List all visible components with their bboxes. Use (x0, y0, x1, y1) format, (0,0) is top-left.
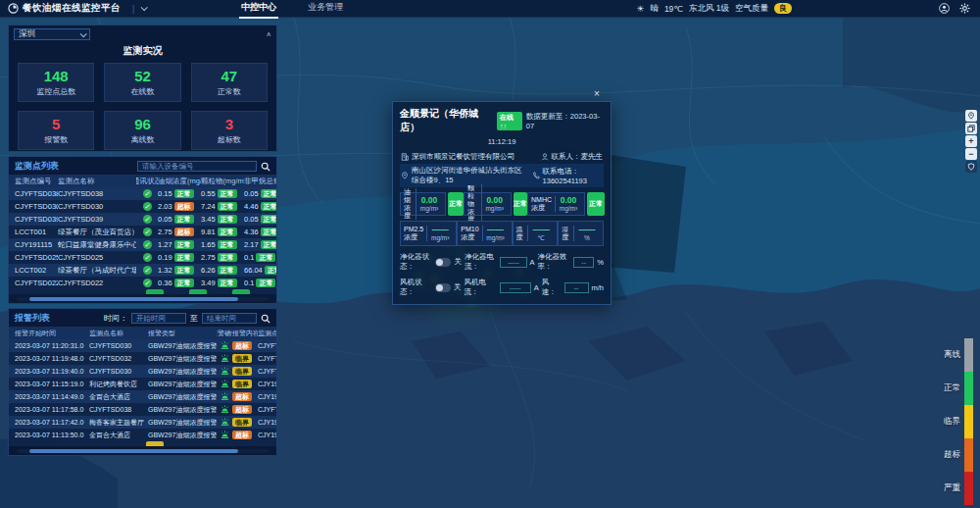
alarm-siren-icon[interactable] (220, 418, 229, 427)
alarm-content-badge: 临界 (232, 354, 252, 363)
point-row[interactable]: CJYFTSD022 CJYFTSD022 ✓ 0.36 正常 3.49 正常 … (9, 277, 276, 289)
alarm-row[interactable]: 2023-03-07 11:13:50.0 金百合大酒店 GBW297油烟浓度报… (9, 429, 276, 441)
stat-value: 52 (134, 68, 151, 84)
pm-value: 0.55 (201, 189, 216, 198)
point-row[interactable]: CJYFTSD039 CJYFTSD039 ✓ 0.05 正常 3.45 正常 … (9, 213, 276, 226)
alarm-point-id: CJY191023 (258, 393, 276, 400)
field-input[interactable]: -- (564, 282, 589, 293)
switch-state: 关 (454, 282, 462, 292)
comm-ok-icon: ✓ (143, 240, 152, 249)
alarm-row[interactable]: 2023-03-07 11:14:49.0 金百合大酒店 GBW297油烟浓度报… (9, 390, 276, 403)
phone-number: 联系电话：13602541193 (543, 167, 603, 185)
alarm-siren-icon[interactable] (220, 405, 229, 414)
location-pin-icon (401, 172, 409, 179)
field-input[interactable]: -- (573, 257, 594, 268)
switch-label: 净化器状态： (400, 252, 432, 272)
pm-status-badge: 正常 (218, 228, 237, 236)
clipped-row (9, 289, 276, 294)
reading-value: —— (432, 226, 449, 234)
alarm-point-name: CJYFTSD032 (89, 355, 148, 362)
point-row[interactable]: CJYFTSD038 CJYFTSD038 ✓ 0.15 正常 0.55 正常 … (9, 187, 276, 200)
smoke-value: 1.27 (158, 240, 172, 249)
device-search-input[interactable] (137, 161, 257, 172)
point-row[interactable]: LCCT002 绿茶餐厅（马成时代广场店） ✓ 1.32 正常 6.26 正常 … (9, 264, 276, 277)
alarm-siren-icon[interactable] (220, 431, 229, 439)
legend-label: 正常 (929, 382, 960, 394)
stat-card[interactable]: 96 离线数 (104, 111, 180, 150)
alarms-table-header: 报警开始时间 监测点名称 报警类型 报警确认 报警内容 监测点编号 报警 (9, 327, 276, 339)
field-input[interactable]: ----- (500, 282, 531, 293)
comm-ok-icon: ✓ (143, 279, 152, 287)
start-time-input[interactable] (131, 313, 186, 324)
field-input[interactable]: ----- (500, 257, 526, 268)
pm-status-badge: 正常 (218, 240, 237, 249)
stat-label: 报警数 (44, 134, 68, 145)
chevron-down-icon[interactable] (141, 4, 148, 11)
nmhc-value: 4.36 (244, 228, 259, 236)
reading-value: 0.00 (486, 196, 503, 205)
field-unit: m/h (592, 283, 605, 292)
stat-card[interactable]: 148 监控点总数 (18, 63, 94, 102)
alarm-row[interactable]: 2023-03-07 11:19:48.0 CJYFTSD032 GBW297油… (9, 352, 276, 365)
stat-card[interactable]: 52 在线数 (104, 63, 180, 102)
legend-color-swatch (964, 438, 973, 472)
to-label: 至 (190, 313, 198, 324)
pm-status-badge: 正常 (218, 279, 237, 287)
alarm-content-badge: 超标 (232, 392, 252, 401)
gear-icon[interactable] (959, 3, 970, 14)
reading-group: NMHC 浓度 0.00 mg/m³ 正常 (527, 192, 605, 216)
point-row[interactable]: CJY191115 蛇口益康堂健身康乐中心 ✓ 1.27 正常 1.65 正常 … (9, 238, 276, 251)
alarm-type: GBW297油烟浓度报警 (148, 392, 217, 402)
zoom-in-button[interactable]: + (965, 135, 977, 147)
search-icon[interactable] (261, 162, 270, 172)
city-select[interactable]: 深圳 (14, 28, 90, 40)
search-icon[interactable] (261, 314, 270, 324)
stat-value: 148 (44, 68, 69, 84)
comm-ok-icon: ✓ (143, 253, 152, 262)
alarm-siren-icon[interactable] (220, 380, 229, 388)
popup-close-icon[interactable]: × (594, 88, 600, 99)
point-row[interactable]: LCCT001 绿茶餐厅（茂业百货店） ✓ 2.75 超标 9.81 正常 4.… (9, 226, 276, 238)
device-toggle[interactable] (435, 283, 451, 292)
field-unit: A (534, 283, 539, 292)
stat-value: 5 (52, 116, 60, 132)
nav-tab-business[interactable]: 业务管理 (306, 0, 345, 19)
alarms-h-scrollbar[interactable] (17, 449, 269, 453)
shield-button[interactable] (965, 161, 977, 173)
point-row[interactable]: CJYFTSD030 CJYFTSD030 ✓ 2.03 超标 7.24 正常 … (9, 200, 276, 213)
alarm-type: GBW297油烟浓度报警 (148, 367, 217, 377)
layers-button[interactable] (965, 123, 977, 134)
pm-status-badge: 正常 (218, 266, 237, 275)
point-id: CJYFTSD022 (15, 279, 58, 287)
alarm-siren-icon[interactable] (220, 367, 229, 376)
alarm-siren-icon[interactable] (220, 341, 229, 350)
alarm-row[interactable]: 2023-03-07 11:19:40.0 CJYFTSD030 GBW297油… (9, 365, 276, 378)
collapse-panel-icon[interactable]: ∧ (266, 30, 271, 37)
reading-unit: mg/m³ (431, 234, 449, 241)
nav-tab-control-center[interactable]: 中控中心 (239, 0, 278, 19)
alarm-row[interactable]: 2023-03-07 11:20:31.0 CJYFTSD030 GBW297油… (9, 339, 276, 352)
reading-card: PM10 浓度 —— mg/m³ (457, 221, 512, 246)
locate-button[interactable] (965, 110, 977, 122)
end-time-input[interactable] (202, 313, 257, 324)
zoom-out-button[interactable]: − (965, 148, 977, 160)
reading-unit: mg/m³ (485, 205, 503, 212)
alarm-row[interactable]: 2023-03-07 11:17:58.0 CJYFTSD038 GBW297油… (9, 403, 276, 416)
stat-value: 96 (134, 116, 151, 132)
alarm-siren-icon[interactable] (220, 392, 229, 401)
stat-card[interactable]: 5 报警数 (18, 111, 94, 150)
col-header: 报警类型 (148, 329, 217, 338)
pm-status-badge: 正常 (218, 189, 237, 198)
point-row[interactable]: CJYFTSD025 CJYFTSD025 ✓ 0.19 正常 2.75 正常 … (9, 251, 276, 264)
col-header: 颗粒物(mg/m³) (201, 177, 244, 186)
col-header: 非甲烷总烃(mg/m³) (244, 177, 276, 186)
device-toggle[interactable] (435, 258, 451, 267)
stat-card[interactable]: 47 正常数 (191, 63, 268, 102)
alarm-siren-icon[interactable] (220, 354, 229, 363)
alarm-row[interactable]: 2023-03-07 11:17:42.0 梅香客家主题餐厅 GBW297油烟浓… (9, 416, 276, 429)
points-h-scrollbar[interactable] (17, 297, 269, 301)
stat-card[interactable]: 3 超标数 (191, 111, 268, 150)
alarm-row[interactable]: 2023-03-07 11:15:19.0 利记烤肉餐饮店 GBW297油烟浓度… (9, 378, 276, 390)
status-legend: 离线 正常 临界 超标 严重 (929, 338, 973, 505)
user-icon[interactable] (939, 3, 950, 14)
